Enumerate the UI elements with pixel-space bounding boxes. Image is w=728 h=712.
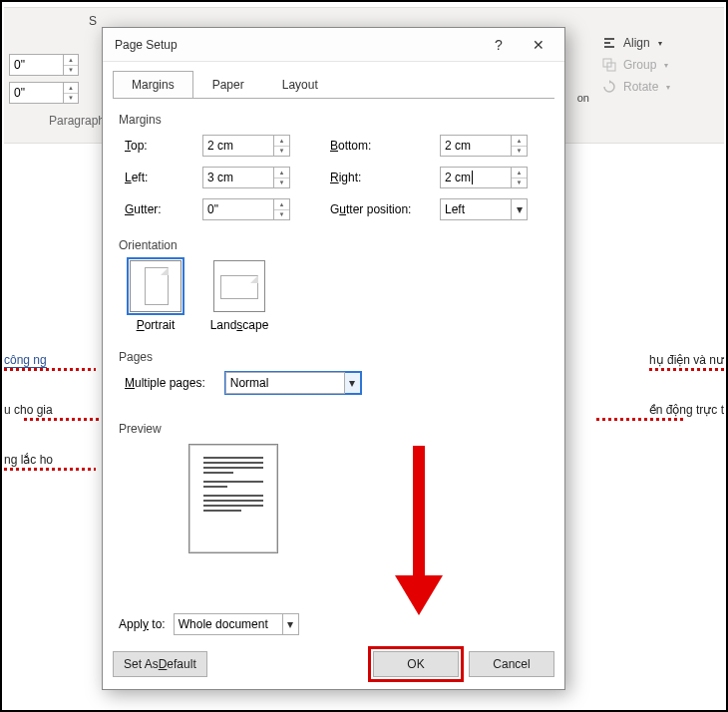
rotate-icon (601, 79, 617, 95)
bottom-label: Bottom: (330, 139, 440, 153)
spacing-label: S (89, 14, 97, 28)
tab-paper[interactable]: Paper (193, 71, 263, 99)
group-menu[interactable]: Group▾ (599, 54, 719, 76)
multiple-pages-dropdown[interactable]: Normal▾ (225, 372, 361, 394)
svg-rect-1 (604, 42, 610, 44)
tab-margins[interactable]: Margins (113, 71, 193, 99)
paragraph-group: 0" ▲▼ 0" ▲▼ (9, 54, 104, 110)
orientation-portrait[interactable]: Portrait (125, 260, 186, 332)
dialog-title-bar[interactable]: Page Setup ? ✕ (103, 28, 564, 62)
portrait-icon (130, 260, 182, 312)
set-as-default-button[interactable]: Set As Default (113, 651, 207, 677)
indent-right-spinner[interactable]: ▲▼ (64, 82, 79, 104)
document-link[interactable]: công ng (4, 353, 47, 368)
ok-button[interactable]: OK (373, 651, 459, 677)
apply-to-label: Apply to: (119, 617, 166, 631)
ribbon-fragment: on (577, 92, 589, 104)
orientation-landscape[interactable]: Landscape (208, 260, 270, 332)
orientation-group-label: Orientation (119, 238, 548, 252)
rotate-menu[interactable]: Rotate▾ (599, 76, 719, 98)
align-menu[interactable]: Align▾ (599, 32, 719, 54)
bottom-input[interactable]: 2 cm▲▼ (440, 135, 540, 157)
svg-rect-0 (604, 38, 614, 40)
dialog-tabs: Margins Paper Layout (113, 70, 554, 98)
landscape-icon (213, 260, 265, 312)
preview-thumbnail (188, 444, 278, 553)
tab-layout[interactable]: Layout (263, 71, 337, 99)
chevron-down-icon: ▾ (517, 202, 523, 216)
chevron-down-icon: ▾ (349, 376, 355, 390)
arrange-group: Align▾ Group▾ Rotate▾ (599, 32, 719, 98)
group-icon (601, 57, 617, 73)
paragraph-group-label: Paragraph (49, 114, 105, 128)
chevron-down-icon: ▾ (287, 617, 293, 631)
left-input[interactable]: 3 cm▲▼ (202, 167, 302, 188)
gutter-input[interactable]: 0"▲▼ (202, 198, 302, 220)
close-button[interactable]: ✕ (519, 30, 558, 60)
top-label: Top: (125, 139, 202, 153)
right-label: Right: (330, 171, 440, 184)
right-input[interactable]: 2 cm▲▼ (440, 167, 540, 188)
pages-group-label: Pages (119, 350, 548, 364)
gutter-label: Gutter: (125, 202, 202, 216)
indent-right-field[interactable]: 0" (9, 82, 64, 104)
preview-label: Preview (119, 422, 548, 436)
align-icon (601, 35, 617, 51)
help-button[interactable]: ? (479, 30, 519, 60)
apply-to-dropdown[interactable]: Whole document▾ (174, 613, 299, 635)
gutter-position-label: Gutter position: (330, 202, 440, 216)
svg-rect-2 (604, 46, 614, 48)
dialog-title: Page Setup (115, 38, 479, 52)
gutter-position-dropdown[interactable]: Left▾ (440, 198, 540, 220)
left-label: Left: (125, 171, 202, 184)
margins-group-label: Margins (119, 113, 548, 127)
multiple-pages-label: Multiple pages: (125, 376, 205, 390)
cancel-button[interactable]: Cancel (469, 651, 554, 677)
indent-left-field[interactable]: 0" (9, 54, 64, 76)
page-setup-dialog: Page Setup ? ✕ Margins Paper Layout Marg… (102, 27, 565, 690)
top-input[interactable]: 2 cm▲▼ (202, 135, 302, 157)
indent-left-spinner[interactable]: ▲▼ (64, 54, 79, 76)
margins-panel: Margins Top: 2 cm▲▼ Bottom: 2 cm▲▼ Left:… (113, 98, 554, 681)
